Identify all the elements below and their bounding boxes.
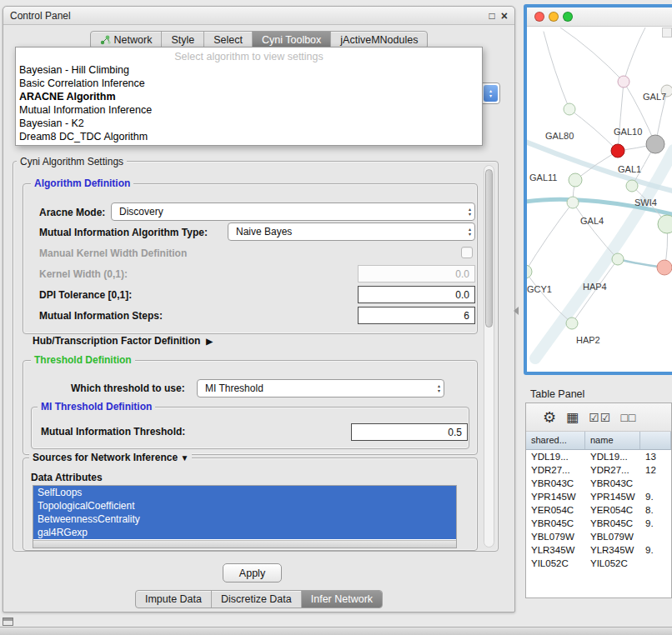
table-cell[interactable]: YER054C: [585, 503, 640, 517]
sources-group-title[interactable]: Sources for Network Inference ▼: [29, 452, 192, 463]
column-header[interactable]: shared...: [526, 432, 585, 449]
network-node[interactable]: [569, 173, 582, 187]
apply-button[interactable]: Apply: [223, 563, 282, 582]
table-row[interactable]: YDR27...YDR27...12: [526, 463, 671, 477]
algorithm-option[interactable]: Bayesian - Hill Climbing: [16, 63, 482, 77]
tab-select[interactable]: Select: [204, 32, 253, 48]
tab-jactivemnodules[interactable]: jActiveMNodules: [331, 32, 427, 48]
panel-splitter-handle[interactable]: [514, 307, 519, 315]
mi-threshold-input[interactable]: [351, 423, 468, 441]
attribute-item[interactable]: SelfLoops: [33, 486, 456, 499]
list-horizontal-scrollbar[interactable]: [33, 540, 456, 548]
network-scroll-corner[interactable]: [662, 28, 672, 38]
tab-infer-network[interactable]: Infer Network: [302, 591, 382, 608]
table-cell[interactable]: YDR27...: [526, 463, 585, 477]
table-cell[interactable]: YBR043C: [585, 477, 640, 490]
network-node[interactable]: [646, 135, 664, 153]
column-header[interactable]: name: [585, 432, 640, 449]
table-cell[interactable]: 9.: [640, 517, 671, 530]
table-cell[interactable]: YBR045C: [526, 517, 585, 530]
network-edge[interactable]: [569, 109, 618, 151]
settings-scrollbar-thumb[interactable]: [485, 169, 493, 328]
table-cell[interactable]: YPR145W: [585, 490, 640, 503]
hide-columns-icon[interactable]: □□: [620, 411, 636, 424]
tab-cyni-toolbox[interactable]: Cyni Toolbox: [253, 32, 331, 48]
close-traffic-light[interactable]: [534, 12, 544, 22]
algorithm-option[interactable]: ARACNE Algorithm: [16, 90, 482, 103]
table-cell[interactable]: [640, 557, 671, 570]
network-node[interactable]: [658, 215, 672, 233]
network-window-titlebar[interactable]: [527, 8, 672, 27]
network-node[interactable]: [611, 144, 624, 158]
hub-definition-toggle[interactable]: Hub/Transcription Factor Definition ▶: [33, 335, 213, 347]
zoom-traffic-light[interactable]: [563, 12, 573, 22]
table-cell[interactable]: YBR043C: [526, 477, 585, 490]
table-cell[interactable]: 8.: [640, 503, 671, 517]
minimized-panel-icon[interactable]: [3, 618, 13, 626]
network-node[interactable]: [618, 76, 629, 88]
table-cell[interactable]: [640, 530, 671, 543]
control-panel-titlebar[interactable]: Control Panel □×: [3, 7, 514, 25]
network-node[interactable]: [564, 103, 575, 115]
attribute-item[interactable]: TopologicalCoefficient: [33, 499, 456, 512]
table-cell[interactable]: 12: [640, 463, 671, 477]
table-row[interactable]: YBR045CYBR045C9.: [526, 517, 671, 530]
table-cell[interactable]: YPR145W: [526, 490, 585, 503]
table-cell[interactable]: YDL19...: [585, 450, 640, 463]
column-chooser-icon[interactable]: ▦: [566, 409, 579, 425]
tab-discretize-data[interactable]: Discretize Data: [212, 591, 302, 608]
float-window-button[interactable]: □: [489, 11, 495, 21]
table-cell[interactable]: YLR345W: [585, 543, 640, 557]
table-cell[interactable]: YLR345W: [526, 543, 585, 557]
table-row[interactable]: YBR043CYBR043C: [526, 477, 671, 490]
table-cell[interactable]: YIL052C: [585, 557, 640, 570]
settings-scrollbar[interactable]: [484, 165, 494, 548]
dpi-tolerance-input[interactable]: [358, 286, 475, 303]
mi-algorithm-type-combo[interactable]: Naive Bayes ▴▾: [228, 222, 475, 241]
which-threshold-combo[interactable]: MI Threshold ▴▾: [197, 379, 444, 398]
attribute-item[interactable]: BetweennessCentrality: [33, 512, 456, 526]
settings-gear-icon[interactable]: ⚙: [543, 408, 557, 427]
network-edge[interactable]: [527, 202, 573, 272]
table-row[interactable]: YIL052CYIL052C: [526, 557, 671, 570]
network-node[interactable]: [567, 197, 579, 208]
algorithm-option[interactable]: Bayesian - K2: [16, 117, 482, 130]
tab-style[interactable]: Style: [162, 32, 204, 48]
table-row[interactable]: YPR145WYPR145W9.: [526, 490, 671, 503]
tab-network[interactable]: Network: [91, 32, 163, 48]
table-cell[interactable]: YBR045C: [585, 517, 640, 530]
table-cell[interactable]: YDL19...: [526, 450, 585, 463]
network-edge[interactable]: [618, 82, 624, 151]
network-node[interactable]: [612, 253, 624, 265]
table-cell[interactable]: 9.: [640, 543, 671, 557]
table-cell[interactable]: YER054C: [526, 503, 585, 517]
table-row[interactable]: YER054CYER054C8.: [526, 503, 671, 517]
algorithm-option[interactable]: Mutual Information Inference: [16, 103, 482, 117]
network-edge[interactable]: [544, 32, 569, 109]
table-cell[interactable]: 13: [640, 450, 671, 463]
minimize-traffic-light[interactable]: [549, 12, 559, 22]
table-row[interactable]: YLR345WYLR345W9.: [526, 543, 671, 557]
network-node[interactable]: [657, 260, 672, 275]
close-window-button[interactable]: ×: [501, 11, 508, 21]
table-cell[interactable]: [640, 477, 671, 490]
column-header[interactable]: [640, 432, 671, 449]
manual-kernel-width-checkbox[interactable]: [461, 247, 473, 258]
table-cell[interactable]: YIL052C: [526, 557, 585, 570]
network-svg[interactable]: GAL7GAL80GAL10GAL11GAL1SWI4GAL4GCY1HAP4H…: [527, 28, 672, 372]
network-edge[interactable]: [624, 28, 645, 82]
network-edge[interactable]: [560, 28, 624, 82]
network-view-window[interactable]: GAL7GAL80GAL10GAL11GAL1SWI4GAL4GCY1HAP4H…: [524, 4, 672, 375]
network-node[interactable]: [527, 265, 532, 278]
mi-steps-input[interactable]: [358, 307, 475, 324]
show-checked-columns-icon[interactable]: ☑☑: [589, 411, 611, 424]
attribute-item[interactable]: gal4RGexp: [33, 526, 456, 539]
network-node[interactable]: [566, 318, 578, 329]
table-row[interactable]: YBL079WYBL079W: [526, 530, 671, 543]
tab-impute-data[interactable]: Impute Data: [136, 591, 212, 608]
algorithm-option[interactable]: Dream8 DC_TDC Algorithm: [16, 130, 482, 143]
aracne-mode-combo[interactable]: Discovery ▴▾: [111, 202, 475, 221]
table-cell[interactable]: YBL079W: [585, 530, 640, 543]
network-node[interactable]: [626, 180, 638, 192]
table-cell[interactable]: 9.: [640, 490, 671, 503]
